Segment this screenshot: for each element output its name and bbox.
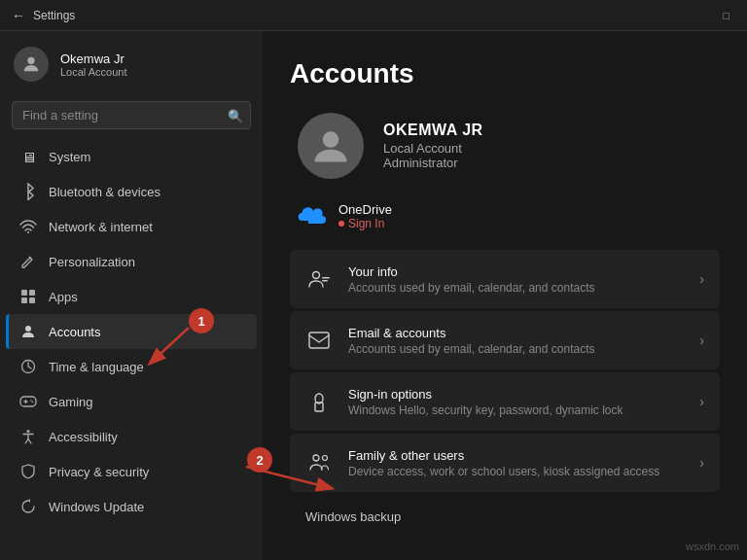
family-icon (305, 449, 333, 476)
svg-point-1 (27, 231, 29, 233)
title-bar-controls: □ (717, 8, 735, 23)
main-content: Accounts OKEMWA JR Local Account Adminis… (263, 31, 747, 560)
sidebar-item-network[interactable]: Network & internet (6, 209, 257, 244)
your-info-title: Your info (348, 264, 684, 279)
profile-name: OKEMWA JR (383, 122, 483, 139)
signin-title: Sign-in options (348, 387, 684, 402)
svg-point-11 (27, 430, 30, 433)
family-chevron: › (699, 455, 704, 471)
sidebar-username: Okemwa Jr (60, 52, 127, 66)
svg-rect-8 (20, 397, 36, 406)
onedrive-icon (298, 204, 327, 229)
onedrive-signin-text: Sign In (348, 217, 384, 230)
email-desc: Accounts used by email, calendar, and co… (348, 342, 684, 356)
title-bar: ← Settings □ (0, 0, 747, 31)
svg-rect-14 (322, 277, 330, 279)
sidebar-label-accounts: Accounts (49, 325, 243, 339)
sidebar-item-accounts[interactable]: Accounts (6, 314, 257, 349)
svg-rect-5 (29, 298, 35, 303)
windows-backup-row[interactable]: Windows backup (290, 498, 720, 535)
email-icon (305, 327, 333, 354)
search-icon: 🔍 (228, 108, 243, 122)
svg-point-0 (27, 57, 34, 64)
bluetooth-icon (19, 183, 37, 200)
email-chevron: › (699, 332, 704, 348)
main-avatar-icon (309, 124, 352, 167)
system-icon: 🖥 (19, 148, 37, 165)
svg-rect-2 (21, 290, 27, 296)
sidebar-profile[interactable]: Okemwa Jr Local Account (0, 31, 263, 97)
signin-icon (305, 388, 333, 415)
sidebar-item-accessibility[interactable]: Accessibility (6, 419, 257, 454)
your-info-text: Your info Accounts used by email, calend… (348, 264, 684, 295)
sidebar-item-personalization[interactable]: Personalization (6, 244, 257, 279)
profile-info: OKEMWA JR Local Account Administrator (383, 122, 483, 170)
settings-row-your-info[interactable]: Your info Accounts used by email, calend… (290, 250, 720, 308)
maximize-icon[interactable]: □ (717, 8, 735, 23)
search-input[interactable] (12, 101, 251, 129)
settings-list: Your info Accounts used by email, calend… (290, 250, 720, 492)
signin-desc: Windows Hello, security key, password, d… (348, 403, 684, 417)
time-icon (19, 358, 37, 375)
avatar-icon (20, 53, 42, 75)
settings-row-email[interactable]: Email & accounts Accounts used by email,… (290, 311, 720, 369)
network-icon (19, 218, 37, 235)
svg-point-13 (313, 272, 320, 279)
sidebar-user-info: Okemwa Jr Local Account (60, 52, 127, 78)
settings-row-family[interactable]: Family & other users Device access, work… (290, 434, 720, 492)
sidebar-account-type: Local Account (60, 66, 127, 78)
apps-icon (19, 288, 37, 305)
svg-rect-16 (309, 332, 329, 348)
sidebar-label-network: Network & internet (49, 220, 243, 234)
your-info-desc: Accounts used by email, calendar, and co… (348, 281, 684, 295)
gaming-icon (19, 393, 37, 410)
title-bar-left: ← Settings (12, 8, 75, 23)
svg-point-10 (32, 402, 34, 403)
privacy-icon (19, 463, 37, 480)
watermark: wsxdn.com (686, 541, 739, 552)
update-icon (19, 498, 37, 515)
sidebar-item-apps[interactable]: Apps (6, 279, 257, 314)
sidebar-item-time[interactable]: Time & language (6, 349, 257, 384)
page-title: Accounts (290, 58, 720, 89)
sidebar-item-gaming[interactable]: Gaming (6, 384, 257, 419)
title-bar-title: Settings (33, 9, 75, 22)
onedrive-title: OneDrive (338, 202, 392, 217)
sidebar-label-personalization: Personalization (49, 255, 243, 269)
svg-rect-3 (29, 290, 35, 296)
profile-type: Local Account (383, 141, 483, 156)
sidebar-item-privacy[interactable]: Privacy & security (6, 454, 257, 489)
sidebar-nav: 🖥 System Bluetooth & devices (0, 139, 263, 524)
sidebar: Okemwa Jr Local Account 🔍 🖥 System Bluet (0, 31, 263, 560)
svg-point-12 (323, 131, 339, 148)
sidebar-label-apps: Apps (49, 290, 243, 304)
sidebar-label-bluetooth: Bluetooth & devices (49, 185, 243, 199)
sidebar-label-system: System (49, 150, 243, 164)
email-title: Email & accounts (348, 326, 684, 340)
back-icon[interactable]: ← (12, 8, 25, 23)
onedrive-section: OneDrive Sign In (290, 202, 720, 230)
sidebar-label-gaming: Gaming (49, 395, 243, 409)
settings-row-signin[interactable]: Sign-in options Windows Hello, security … (290, 372, 720, 431)
sidebar-item-system[interactable]: 🖥 System (6, 139, 257, 174)
family-text: Family & other users Device access, work… (348, 448, 684, 478)
svg-point-19 (313, 455, 319, 461)
sidebar-search: 🔍 (12, 101, 251, 129)
sidebar-item-bluetooth[interactable]: Bluetooth & devices (6, 174, 257, 209)
family-title: Family & other users (348, 448, 684, 463)
onedrive-status-dot (338, 221, 344, 227)
profile-section: OKEMWA JR Local Account Administrator (290, 113, 720, 179)
windows-backup-label: Windows backup (305, 509, 401, 524)
signin-chevron: › (699, 394, 704, 409)
your-info-icon (305, 265, 333, 293)
family-desc: Device access, work or school users, kio… (348, 465, 684, 478)
onedrive-info: OneDrive Sign In (338, 202, 392, 230)
sidebar-item-update[interactable]: Windows Update (6, 489, 257, 524)
svg-point-20 (323, 456, 328, 461)
svg-point-9 (30, 400, 32, 402)
profile-role: Administrator (383, 156, 483, 170)
onedrive-signin[interactable]: Sign In (338, 217, 392, 230)
sidebar-avatar (14, 47, 49, 82)
main-avatar (298, 113, 364, 179)
svg-point-6 (25, 326, 31, 332)
